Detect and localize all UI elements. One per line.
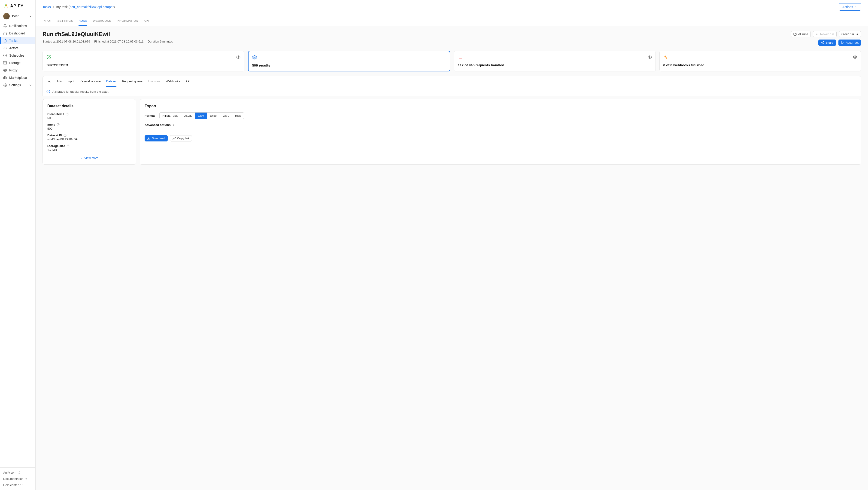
card-results[interactable]: 500 results bbox=[248, 51, 451, 71]
format-segmented: HTML Table JSON CSV Excel XML RSS bbox=[159, 112, 244, 119]
main: Tasks my-task (petr_cermak/zillow-api-sc… bbox=[36, 0, 868, 490]
logo[interactable]: APIFY bbox=[0, 0, 35, 11]
export-title: Export bbox=[145, 104, 856, 108]
subtab-log[interactable]: Log bbox=[46, 76, 52, 87]
footer-link-docs[interactable]: Documentation bbox=[0, 476, 35, 482]
subtab-api[interactable]: API bbox=[185, 76, 190, 87]
eye-icon[interactable] bbox=[236, 55, 241, 59]
card-webhooks[interactable]: 0 of 0 webhooks finished bbox=[659, 51, 861, 71]
clock-icon bbox=[3, 54, 7, 57]
sidebar-item-label: Tasks bbox=[9, 39, 18, 42]
dataset-id-value: wdrDUeyMKJDHBxDAh bbox=[48, 138, 131, 141]
format-csv[interactable]: CSV bbox=[195, 113, 207, 119]
subtab-info[interactable]: Info bbox=[57, 76, 62, 87]
subtabs: Log Info Input Key-value store Dataset R… bbox=[43, 76, 861, 87]
svg-point-8 bbox=[649, 57, 650, 58]
help-icon[interactable] bbox=[66, 113, 69, 116]
clean-items-value: 500 bbox=[48, 116, 131, 120]
advanced-options[interactable]: Advanced options bbox=[145, 123, 856, 127]
nav: Notifications Dashboard Tasks Actors Sch… bbox=[0, 21, 35, 467]
newer-run-button: Newer run bbox=[813, 31, 837, 37]
svg-point-4 bbox=[823, 41, 824, 42]
subtab-kvstore[interactable]: Key-value store bbox=[80, 76, 100, 87]
tab-input[interactable]: INPUT bbox=[42, 16, 52, 26]
card-status[interactable]: SUCCEEDED bbox=[42, 51, 244, 71]
copy-link-button[interactable]: Copy link bbox=[170, 135, 192, 141]
sidebar-item-label: Dashboard bbox=[9, 31, 25, 35]
all-runs-button[interactable]: All runs bbox=[791, 31, 810, 37]
arrow-right-icon bbox=[855, 33, 859, 36]
external-link-icon bbox=[20, 484, 23, 487]
sidebar-item-dashboard[interactable]: Dashboard bbox=[0, 30, 35, 37]
sidebar-item-settings[interactable]: Settings bbox=[0, 81, 35, 89]
page-title: Run #hSeL9JeQIuuiKEwiI bbox=[42, 31, 791, 37]
tab-webhooks[interactable]: WEBHOOKS bbox=[93, 16, 111, 26]
download-button[interactable]: Download bbox=[145, 135, 168, 141]
sidebar-item-actors[interactable]: Actors bbox=[0, 45, 35, 52]
chevron-right-icon bbox=[52, 5, 55, 8]
sidebar-item-label: Marketplace bbox=[9, 76, 27, 80]
view-more-button[interactable]: View more bbox=[48, 156, 131, 160]
tab-information[interactable]: INFORMATION bbox=[117, 16, 138, 26]
user-name: Tyler bbox=[11, 14, 27, 18]
link-icon bbox=[173, 137, 176, 140]
folder-icon bbox=[794, 33, 797, 36]
status-cards: SUCCEEDED 500 results 117 of 945 request… bbox=[42, 51, 861, 71]
sidebar-item-notifications[interactable]: Notifications bbox=[0, 22, 35, 30]
activity-icon bbox=[663, 55, 668, 59]
items-value: 500 bbox=[48, 127, 131, 131]
main-tabs: INPUT SETTINGS RUNS WEBHOOKS INFORMATION… bbox=[36, 16, 868, 26]
storage-size-value: 1.7 MB bbox=[48, 148, 131, 152]
dataset-title: Dataset details bbox=[48, 104, 131, 108]
tab-runs[interactable]: RUNS bbox=[79, 16, 87, 26]
share-button[interactable]: Share bbox=[818, 39, 836, 46]
chevron-down-icon bbox=[855, 5, 858, 8]
subtab-webhooks[interactable]: Webhooks bbox=[166, 76, 180, 87]
export-panel: Export Format HTML Table JSON CSV Excel … bbox=[140, 99, 861, 165]
card-requests[interactable]: 117 of 945 requests handled bbox=[454, 51, 656, 71]
help-icon[interactable] bbox=[66, 144, 69, 147]
svg-point-7 bbox=[238, 57, 239, 58]
card-webhooks-text: 0 of 0 webhooks finished bbox=[663, 63, 857, 67]
eye-icon[interactable] bbox=[648, 55, 652, 59]
run-meta: Started at 2021-07-08 20:01:03.679 Finis… bbox=[42, 40, 791, 43]
card-requests-text: 117 of 945 requests handled bbox=[458, 63, 652, 67]
breadcrumb-actor-link[interactable]: petr_cermak/zillow-api-scraper bbox=[69, 5, 114, 9]
help-icon[interactable] bbox=[57, 123, 60, 126]
subtab-liveview: Live view bbox=[148, 76, 160, 87]
actions-button[interactable]: Actions bbox=[839, 3, 861, 11]
format-json[interactable]: JSON bbox=[181, 113, 195, 119]
format-excel[interactable]: Excel bbox=[207, 113, 220, 119]
subtab-dataset[interactable]: Dataset bbox=[106, 76, 117, 87]
check-circle-icon bbox=[46, 55, 51, 59]
older-run-button[interactable]: Older run bbox=[839, 31, 861, 37]
sidebar-item-proxy[interactable]: Proxy bbox=[0, 66, 35, 74]
breadcrumb-root[interactable]: Tasks bbox=[42, 5, 51, 9]
archive-icon bbox=[3, 61, 7, 65]
tab-settings[interactable]: SETTINGS bbox=[58, 16, 73, 26]
sidebar: APIFY Tyler Notifications Dashboard Task… bbox=[0, 0, 36, 490]
gear-icon bbox=[3, 83, 7, 87]
run-finished: Finished at 2021-07-08 20:07:03.611 bbox=[94, 40, 144, 43]
sidebar-item-tasks[interactable]: Tasks bbox=[0, 37, 35, 45]
format-rss[interactable]: RSS bbox=[232, 113, 244, 119]
tab-api[interactable]: API bbox=[144, 16, 149, 26]
info-text: A storage for tabular results from the a… bbox=[53, 90, 109, 93]
help-icon[interactable] bbox=[64, 134, 66, 137]
footer-link-help[interactable]: Help center bbox=[0, 482, 35, 488]
panels: Dataset details Clean items 500 Items 50… bbox=[42, 99, 861, 165]
list-icon bbox=[458, 55, 462, 59]
eye-icon[interactable] bbox=[853, 55, 857, 59]
format-xml[interactable]: XML bbox=[220, 113, 232, 119]
run-started: Started at 2021-07-08 20:01:03.679 bbox=[42, 40, 90, 43]
sidebar-item-schedules[interactable]: Schedules bbox=[0, 52, 35, 59]
user-menu[interactable]: Tyler bbox=[0, 11, 35, 21]
sidebar-item-storage[interactable]: Storage bbox=[0, 59, 35, 66]
subtab-rqueue[interactable]: Request queue bbox=[122, 76, 142, 87]
resurrect-button[interactable]: Resurrect bbox=[838, 39, 861, 46]
subtab-input[interactable]: Input bbox=[67, 76, 74, 87]
sidebar-item-marketplace[interactable]: Marketplace bbox=[0, 74, 35, 81]
footer-link-apify[interactable]: Apify.com bbox=[0, 469, 35, 476]
svg-point-5 bbox=[822, 42, 822, 43]
format-html[interactable]: HTML Table bbox=[160, 113, 181, 119]
